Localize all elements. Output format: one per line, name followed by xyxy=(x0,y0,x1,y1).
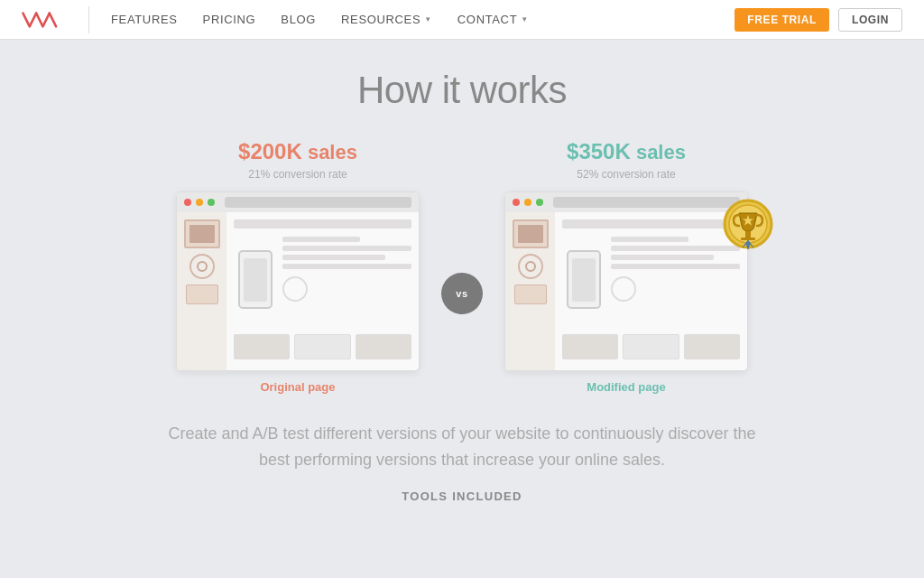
nav-blog[interactable]: BLOG xyxy=(281,13,316,26)
logo[interactable] xyxy=(22,10,61,30)
hero-text-area-2 xyxy=(611,233,740,326)
page-header-bar-2 xyxy=(562,219,740,228)
modified-browser-bar xyxy=(505,192,747,212)
modified-sales-amount: $350K xyxy=(567,139,631,163)
modified-conversion-rate: 52% conversion rate xyxy=(577,168,675,181)
sidebar-small-box-2 xyxy=(514,284,547,304)
modified-browser-mockup xyxy=(504,191,748,371)
modified-page-sidebar xyxy=(505,212,555,370)
nav-links: FEATURES PRICING BLOG RESOURCES ▼ CONTAC… xyxy=(111,13,735,26)
modified-page-label: Modified page xyxy=(587,380,665,394)
sidebar-speaker xyxy=(189,254,215,279)
original-page-sidebar xyxy=(177,212,226,370)
description-text: Create and A/B test different versions o… xyxy=(137,421,787,473)
modified-page-main xyxy=(555,212,747,370)
trophy-icon xyxy=(723,199,773,255)
sidebar-monitor xyxy=(184,219,220,248)
original-browser-wrapper xyxy=(176,191,420,371)
hero-phone-container-2 xyxy=(562,233,605,326)
dot-red-2 xyxy=(513,199,520,206)
circle-element-2 xyxy=(611,276,636,302)
trophy-badge xyxy=(723,199,773,255)
contact-dropdown-icon: ▼ xyxy=(521,15,529,23)
logo-icon xyxy=(22,10,61,30)
modified-page-inner xyxy=(505,212,747,370)
original-conversion-rate: 21% conversion rate xyxy=(248,168,346,181)
page-hero-area-2 xyxy=(562,233,740,326)
original-sales-label: sales xyxy=(308,141,357,163)
modified-variant: $350K sales 52% conversion rate xyxy=(495,139,757,394)
original-page-main xyxy=(226,212,419,370)
vs-circle: vs xyxy=(441,273,483,314)
tools-included-label: TOOLS INCLUDED xyxy=(402,489,522,503)
sidebar-monitor-2 xyxy=(513,219,549,248)
free-trial-button[interactable]: FREE TRIAL xyxy=(735,8,829,32)
dot-yellow xyxy=(196,199,203,206)
nav-actions: FREE TRIAL LOGIN xyxy=(735,8,902,32)
dot-green xyxy=(208,199,215,206)
svg-rect-3 xyxy=(741,238,755,240)
original-browser-mockup xyxy=(176,191,420,371)
modified-sales-stat: $350K sales xyxy=(567,139,686,164)
dot-red xyxy=(184,199,191,206)
nav-features[interactable]: FEATURES xyxy=(111,13,178,26)
main-content: How it works $200K sales 21% conversion … xyxy=(0,40,924,503)
modified-sales-label: sales xyxy=(636,141,686,163)
page-title: How it works xyxy=(357,69,567,112)
browser-url-bar xyxy=(225,197,411,208)
hero-phone xyxy=(238,250,273,309)
navigation: FEATURES PRICING BLOG RESOURCES ▼ CONTAC… xyxy=(0,0,924,40)
original-variant: $200K sales 21% conversion rate xyxy=(167,139,429,394)
circle-element xyxy=(282,276,308,302)
page-hero-area xyxy=(234,233,411,326)
login-button[interactable]: LOGIN xyxy=(838,8,902,32)
original-page-inner xyxy=(177,212,419,370)
comparison-area: $200K sales 21% conversion rate xyxy=(167,139,757,394)
browser-url-bar-2 xyxy=(553,197,740,208)
page-header-bar xyxy=(234,219,411,228)
original-browser-bar xyxy=(177,192,419,212)
sidebar-small-box xyxy=(186,284,218,304)
svg-rect-2 xyxy=(745,231,751,238)
dot-green-2 xyxy=(536,199,543,206)
original-sales-amount: $200K xyxy=(238,139,302,163)
hero-text-area xyxy=(282,233,411,326)
dot-yellow-2 xyxy=(524,199,531,206)
hero-phone-container xyxy=(234,233,277,326)
nav-resources[interactable]: RESOURCES ▼ xyxy=(341,13,432,26)
original-sales-stat: $200K sales xyxy=(238,139,357,164)
nav-divider xyxy=(88,6,89,33)
nav-contact[interactable]: CONTACT ▼ xyxy=(457,13,529,26)
page-bottom-row-2 xyxy=(562,331,740,363)
page-bottom-row xyxy=(234,331,411,363)
hero-phone-2 xyxy=(567,250,601,309)
original-page-label: Original page xyxy=(260,380,335,394)
modified-browser-wrapper xyxy=(504,191,748,371)
nav-pricing[interactable]: PRICING xyxy=(203,13,256,26)
sidebar-speaker-2 xyxy=(518,254,543,279)
resources-dropdown-icon: ▼ xyxy=(424,15,432,23)
